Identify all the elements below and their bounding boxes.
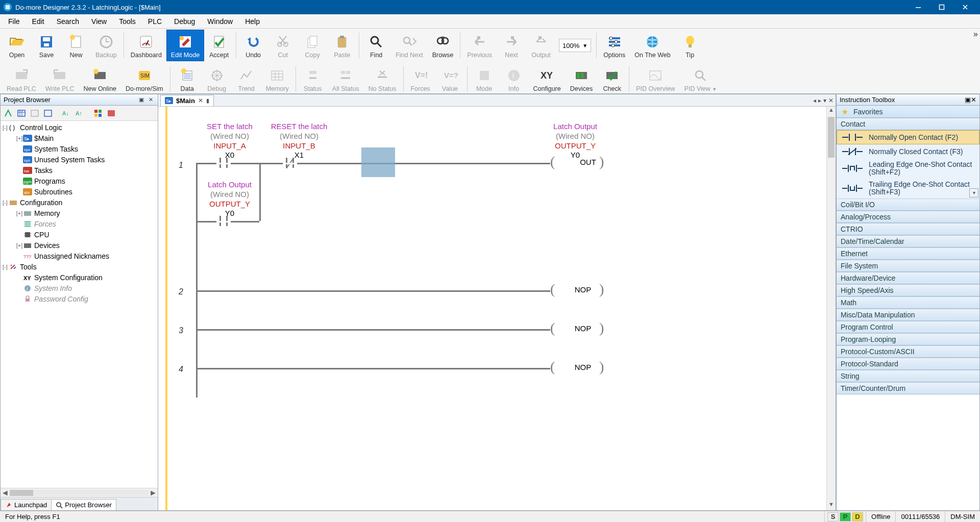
tool-check[interactable]: Check <box>597 63 627 95</box>
toolbox-category[interactable]: Program Control <box>837 321 979 333</box>
tree-node[interactable]: CPU <box>2 229 158 240</box>
tab-close-all-icon[interactable]: ✕ <box>828 97 834 104</box>
menu-tools[interactable]: Tools <box>113 15 142 28</box>
toolbox-category[interactable]: Ethernet <box>837 247 979 260</box>
zoom-select[interactable]: 100%▼ <box>559 39 591 52</box>
tree-expander[interactable]: [-] <box>2 125 9 131</box>
tree-node[interactable]: ???Unassigned Nicknames <box>2 251 158 261</box>
tree-node[interactable]: [-]( )Control Logic <box>2 122 158 133</box>
menu-plc[interactable]: PLC <box>142 15 168 28</box>
tool-new[interactable]: New <box>61 30 91 61</box>
pb-tab-project-browser[interactable]: Project Browser <box>51 499 116 510</box>
tab-nav-prev-icon[interactable]: ◂ <box>813 97 816 104</box>
tree-node[interactable]: Password Config <box>2 293 158 304</box>
tree-expander[interactable]: [+] <box>16 242 23 248</box>
pb-tab-launchpad[interactable]: Launchpad <box>1 499 52 510</box>
toolbox-item[interactable]: Trailing Edge One-Shot Contact (Shift+F3… <box>837 179 979 198</box>
tab-pin-icon[interactable]: ▮ <box>206 97 209 104</box>
tool-undo[interactable]: Undo <box>238 30 268 61</box>
toolbox-category[interactable]: Math <box>837 296 979 309</box>
project-tree[interactable]: [-]( )Control Logic [+]S▸$MainsysSystem … <box>1 121 158 488</box>
tool-tip[interactable]: Tip <box>675 30 705 61</box>
tool-open[interactable]: Open <box>2 30 32 61</box>
toolbox-category[interactable]: CTRIO <box>837 223 979 235</box>
tree-node[interactable]: [+]Devices <box>2 240 158 251</box>
tool-configure[interactable]: XYConfigure <box>529 63 566 95</box>
project-hscroll[interactable]: ◄► <box>1 488 158 497</box>
toolbox-favorites[interactable]: ★ Favorites <box>837 106 979 118</box>
tree-node[interactable]: tskTasks <box>2 165 158 176</box>
menu-debug[interactable]: Debug <box>168 15 201 28</box>
toolbox-category[interactable]: File System <box>837 260 979 272</box>
tab-list-icon[interactable]: ▾ <box>823 97 826 104</box>
editor-vscroll[interactable]: ▲▼ <box>826 107 836 510</box>
tool-on-the-web[interactable]: On The Web <box>630 30 675 61</box>
tool-accept[interactable]: Accept <box>204 30 234 61</box>
status-chip-s[interactable]: S <box>827 512 839 521</box>
status-chip-d[interactable]: D <box>852 512 863 521</box>
menu-edit[interactable]: Edit <box>26 15 51 28</box>
close-button[interactable] <box>953 0 977 14</box>
toolbox-category[interactable]: String <box>837 370 979 382</box>
tool-find[interactable]: Find <box>361 30 391 61</box>
toolbox-scroll-icon[interactable]: ▾ <box>969 188 978 197</box>
tool-new-online[interactable]: New Online <box>79 63 121 95</box>
tool-dashboard[interactable]: Dashboard <box>126 30 166 61</box>
tool-browse[interactable]: Browse <box>428 30 458 61</box>
pb-sort-desc[interactable]: A↑ <box>74 108 85 119</box>
toolbox-category[interactable]: Hardware/Device <box>837 272 979 284</box>
menu-file[interactable]: File <box>2 15 26 28</box>
tree-node[interactable]: pgmPrograms <box>2 176 158 186</box>
maximize-button[interactable] <box>930 0 953 14</box>
pb-tool-3[interactable] <box>29 108 40 119</box>
tree-expander[interactable]: [-] <box>2 200 9 206</box>
tool-edit-mode[interactable]: Edit Mode <box>166 30 204 61</box>
toolbox-item[interactable]: Normally Open Contact (F2) <box>837 130 979 144</box>
pb-tool-1[interactable] <box>3 108 14 119</box>
close-pane-icon[interactable]: ✕ <box>146 96 155 104</box>
toolbox-close-icon[interactable]: ✕ <box>971 96 976 104</box>
tree-expander[interactable]: [-] <box>2 264 9 270</box>
editor-tab-main[interactable]: S▸ $Main ✕ ▮ <box>160 95 214 106</box>
toolbox-pin-icon[interactable]: ▣ <box>965 96 971 104</box>
tab-nav-next-icon[interactable]: ▸ <box>818 97 821 104</box>
toolbox-item[interactable]: Normally Closed Contact (F3) <box>837 144 979 159</box>
pb-sort-asc[interactable]: A↓ <box>61 108 72 119</box>
tree-node[interactable]: sbrSubroutines <box>2 186 158 197</box>
toolbox-category[interactable]: Date/Time/Calendar <box>837 235 979 247</box>
toolbox-category[interactable]: Protocol-Standard <box>837 358 979 370</box>
toolbox-category[interactable]: High Speed/Axis <box>837 284 979 296</box>
tool-devices[interactable]: Devices <box>566 63 597 95</box>
tree-node[interactable]: [-]Configuration <box>2 197 158 208</box>
ladder-canvas[interactable]: ▲▼ 1()SET the latch(Wired NO)INPUT_AX0RE… <box>167 107 836 510</box>
toolbox-category[interactable]: Protocol-Custom/ASCII <box>837 345 979 358</box>
pb-tool-2[interactable] <box>16 108 27 119</box>
tool-options[interactable]: Options <box>599 30 630 61</box>
toolbox-category[interactable]: Analog/Process <box>837 211 979 223</box>
tree-expander[interactable]: [+] <box>16 135 23 141</box>
tree-expander[interactable]: [+] <box>16 210 23 216</box>
toolbox-category[interactable]: Misc/Data Manipulation <box>837 309 979 321</box>
pin-icon[interactable]: ▣ <box>137 96 145 104</box>
tree-node[interactable]: XYSystem Configuration <box>2 272 158 283</box>
tree-node[interactable]: [+]Memory <box>2 208 158 218</box>
tree-node[interactable]: [-]Tools <box>2 261 158 272</box>
toolbox-item[interactable]: Leading Edge One-Shot Contact (Shift+F2) <box>837 159 979 179</box>
toolbox-category[interactable]: Coil/Bit I/O <box>837 198 979 211</box>
toolbox-category[interactable]: Timer/Counter/Drum <box>837 382 979 394</box>
pb-tool-table[interactable] <box>106 108 117 119</box>
menu-search[interactable]: Search <box>51 15 85 28</box>
pb-tool-4[interactable] <box>42 108 54 119</box>
menu-window[interactable]: Window <box>201 15 239 28</box>
tab-close-icon[interactable]: ✕ <box>198 97 203 104</box>
tool-save[interactable]: Save <box>32 30 61 61</box>
tree-node[interactable]: [+]S▸$Main <box>2 133 158 143</box>
status-chip-p[interactable]: P <box>840 512 851 521</box>
pb-tool-grid[interactable] <box>92 108 104 119</box>
toolbar-overflow-icon[interactable]: » <box>973 30 978 39</box>
menu-help[interactable]: Help <box>239 15 266 28</box>
menu-view[interactable]: View <box>85 15 113 28</box>
minimize-button[interactable] <box>906 0 930 14</box>
toolbox-category-contact[interactable]: Contact <box>837 118 979 130</box>
tree-node[interactable]: sysUnused System Tasks <box>2 154 158 165</box>
